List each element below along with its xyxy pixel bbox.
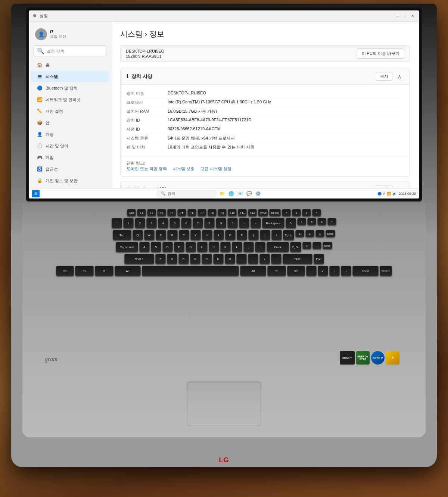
key-lbracket[interactable]: [	[248, 230, 259, 240]
key-s[interactable]: S	[151, 242, 161, 252]
taskbar-icon-chat[interactable]: 💬	[246, 190, 252, 197]
key-comma[interactable]: ,	[236, 254, 247, 264]
device-specs-copy-button[interactable]: 복사	[376, 72, 392, 81]
key-ctrl-left[interactable]: Ctrl	[56, 266, 74, 276]
taskbar-icon-edge[interactable]: 🌐	[228, 190, 234, 197]
key-j[interactable]: J	[209, 242, 219, 252]
key-p[interactable]: P	[237, 230, 247, 240]
key-1[interactable]: 1	[123, 218, 134, 228]
related-link-advanced-system[interactable]: 고급 시스템 설정	[200, 166, 231, 172]
key-2[interactable]: 2	[135, 218, 145, 228]
taskbar-search-box[interactable]: 🔍 검색	[157, 190, 217, 197]
key-insert[interactable]: Insert	[352, 266, 379, 276]
key-num8[interactable]: 8	[292, 209, 301, 216]
key-context-menu[interactable]: ☰	[267, 266, 286, 276]
key-apostrophe[interactable]: '	[255, 242, 265, 252]
rename-pc-button[interactable]: 이 PC의 이름 바꾸기	[357, 49, 404, 59]
key-o[interactable]: O	[225, 230, 236, 240]
key-slash[interactable]: /	[259, 254, 270, 264]
key-num6[interactable]: 6	[317, 218, 326, 225]
key-alt-left[interactable]: Alt	[115, 266, 141, 276]
key-capslock[interactable]: Caps Lock	[116, 242, 138, 252]
key-f4[interactable]: F4	[167, 209, 176, 216]
key-semicolon[interactable]: ;	[243, 242, 254, 252]
key-numplus[interactable]: +	[327, 218, 336, 225]
key-d[interactable]: D	[162, 242, 173, 252]
sidebar-item-accessibility[interactable]: ♿ 접근성	[31, 163, 109, 175]
key-minus[interactable]: -	[239, 218, 249, 228]
search-box[interactable]: 🔍	[34, 46, 106, 56]
key-f[interactable]: F	[174, 242, 184, 252]
key-c[interactable]: C	[178, 254, 189, 264]
key-left[interactable]: ←	[306, 266, 317, 276]
minimize-button[interactable]: –	[395, 13, 400, 19]
key-tab[interactable]: Tab	[113, 230, 131, 240]
maximize-button[interactable]: □	[402, 13, 408, 19]
key-v[interactable]: V	[190, 254, 200, 264]
key-fn[interactable]: Fn	[75, 266, 94, 276]
key-5[interactable]: 5	[169, 218, 180, 228]
key-pgup[interactable]: PgUp	[283, 230, 294, 240]
key-shift-right[interactable]: Shift	[283, 254, 312, 264]
key-i[interactable]: I	[214, 230, 224, 240]
key-f8[interactable]: F8	[208, 209, 217, 216]
key-del[interactable]: Delete	[380, 266, 392, 276]
key-0[interactable]: 0	[227, 218, 238, 228]
key-end[interactable]: End	[314, 254, 324, 264]
key-w[interactable]: W	[144, 230, 155, 240]
taskbar-icon-files[interactable]: 📁	[219, 190, 225, 197]
key-up[interactable]: ↑	[271, 254, 281, 264]
key-num1[interactable]: 1	[295, 230, 304, 237]
key-r[interactable]: R	[167, 230, 178, 240]
key-f7[interactable]: F7	[197, 209, 206, 216]
device-specs-collapse-button[interactable]: ∧	[395, 73, 404, 80]
sidebar-item-home[interactable]: 🏠 홈	[31, 59, 109, 71]
key-n[interactable]: N	[213, 254, 224, 264]
key-backtick[interactable]: `	[112, 218, 122, 228]
sidebar-item-accounts[interactable]: 👤 계정	[31, 129, 109, 140]
key-backspace[interactable]: Backspace	[262, 218, 284, 228]
key-t[interactable]: T	[179, 230, 189, 240]
key-h[interactable]: H	[197, 242, 208, 252]
key-f10[interactable]: F10	[228, 209, 237, 216]
key-f1[interactable]: F1	[137, 209, 146, 216]
windows-specs-copy-button[interactable]: 복사	[376, 185, 392, 188]
key-esc[interactable]: Esc	[127, 209, 136, 216]
sidebar-item-network[interactable]: 📶 네트워크 및 인터넷	[31, 94, 109, 105]
key-9[interactable]: 9	[216, 218, 226, 228]
key-space[interactable]	[142, 266, 239, 276]
key-right[interactable]: →	[341, 266, 351, 276]
key-pgdn[interactable]: PgDn	[290, 242, 301, 252]
key-a[interactable]: A	[139, 242, 150, 252]
key-q[interactable]: Q	[133, 230, 143, 240]
sidebar-item-apps[interactable]: 📦 앱	[31, 117, 109, 128]
key-num0[interactable]: 0	[302, 242, 311, 249]
taskbar-icon-mail[interactable]: 📧	[237, 190, 243, 197]
related-link-domain[interactable]: 도메인 또는 작업 영역	[127, 166, 167, 172]
key-num5[interactable]: 5	[307, 218, 316, 225]
key-7[interactable]: 7	[193, 218, 203, 228]
trackpad[interactable]	[187, 381, 261, 426]
key-num9[interactable]: 9	[302, 209, 311, 216]
key-numstar[interactable]: *	[312, 209, 321, 216]
key-z[interactable]: Z	[155, 254, 166, 264]
taskbar-icon-settings[interactable]: ⚙️	[255, 190, 261, 197]
search-input[interactable]	[47, 49, 103, 53]
key-numenter[interactable]: Enter	[326, 230, 336, 237]
key-6[interactable]: 6	[181, 218, 192, 228]
key-prtsc[interactable]: PrtSc	[258, 209, 268, 216]
key-numenter2[interactable]: Enter	[323, 242, 333, 249]
key-k[interactable]: K	[220, 242, 231, 252]
key-x[interactable]: X	[167, 254, 177, 264]
key-3[interactable]: 3	[146, 218, 157, 228]
key-period[interactable]: .	[248, 254, 258, 264]
related-link-system-protection[interactable]: 시스템 보호	[173, 166, 195, 172]
key-num-home[interactable]: ↖	[286, 218, 296, 228]
key-4[interactable]: 4	[158, 218, 168, 228]
key-g[interactable]: G	[186, 242, 196, 252]
key-delete[interactable]: Delete	[269, 209, 280, 216]
key-f6[interactable]: F6	[187, 209, 196, 216]
sidebar-item-system[interactable]: 💻 시스템	[31, 71, 109, 82]
key-e[interactable]: E	[156, 230, 166, 240]
key-num2[interactable]: 2	[305, 230, 314, 237]
